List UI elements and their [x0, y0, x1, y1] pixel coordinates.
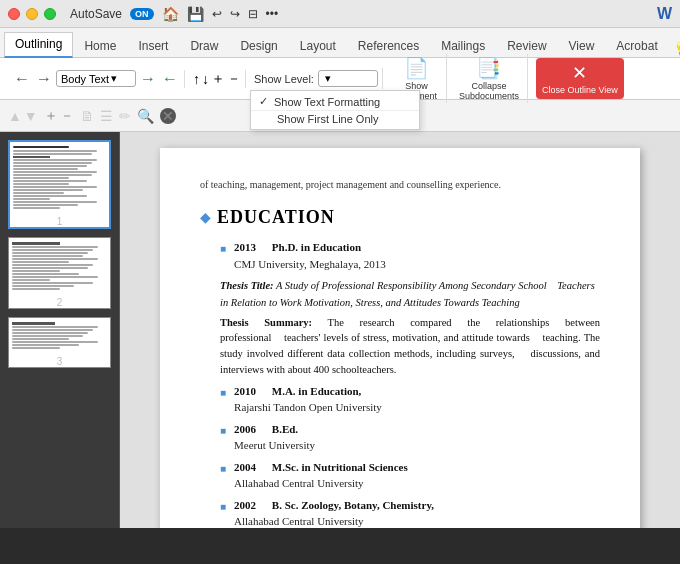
edu-item-phd: ■ 2013 Ph.D. in Education CMJ University… — [220, 239, 600, 272]
edu-item-msc: ■ 2004 M.Sc. in Nutritional Sciences All… — [220, 459, 600, 492]
document-area: of teaching, management, project managem… — [120, 132, 680, 528]
education-section-heading: ◆ EDUCATION — [200, 204, 600, 231]
edu-degree-msc: M.Sc. in Nutritional Sciences — [272, 461, 408, 473]
tab-acrobat[interactable]: Acrobat — [605, 34, 668, 58]
bullet-icon-bed: ■ — [220, 423, 226, 454]
checkmark-icon: ✓ — [259, 95, 268, 108]
thumb-num-3: 3 — [9, 356, 110, 367]
green-right-arrow[interactable]: → — [138, 70, 158, 88]
edu-degree-bed: B.Ed. — [272, 423, 298, 435]
autosave-label: AutoSave — [70, 7, 122, 21]
collapse-subdocuments-label[interactable]: Collapse Subdocuments — [459, 81, 519, 101]
edu-institution-meerut: Meerut University — [234, 437, 600, 454]
edu-content-bed: 2006 B.Ed. Meerut University — [234, 421, 600, 454]
close-panel-icon[interactable]: ✕ — [160, 108, 176, 124]
collapse-subdocuments-group: 📑 Collapse Subdocuments — [451, 54, 528, 103]
tab-outlining[interactable]: Outlining — [4, 32, 73, 58]
back-arrow[interactable]: ← — [12, 70, 32, 88]
word-app-icon: W — [657, 5, 672, 23]
edu-institution-cmj: CMJ University, Meghalaya, 2013 — [234, 256, 600, 273]
outline-plus-icon[interactable]: ＋ — [44, 107, 58, 125]
collapse-subdocuments-icon: 📑 — [476, 56, 501, 80]
forward-arrow[interactable]: → — [34, 70, 54, 88]
tab-view[interactable]: View — [558, 34, 606, 58]
minus-icon[interactable]: － — [227, 70, 241, 88]
save-icon: 💾 — [187, 6, 204, 22]
bullet-icon-bsc: ■ — [220, 499, 226, 529]
titlebar-title: AutoSave ON 🏠 💾 ↩ ↪ ⊟ ••• — [70, 6, 651, 22]
search-icon[interactable]: 🔍 — [137, 108, 154, 124]
autosave-toggle[interactable]: ON — [130, 8, 154, 20]
thumbnails-panel: 1 2 — [0, 132, 120, 528]
maximize-button[interactable] — [44, 8, 56, 20]
tab-references[interactable]: References — [347, 34, 430, 58]
outline-up-icon[interactable]: ▲ — [8, 108, 22, 124]
edu-year-2006: 2006 — [234, 421, 269, 438]
edu-institution-allahabad-bsc: Allahabad Central University — [234, 513, 600, 528]
promote-icon[interactable]: ↑ — [193, 71, 200, 87]
tab-insert[interactable]: Insert — [127, 34, 179, 58]
ribbon-toolbar: ← → Body Text ▾ → ← ↑ ↓ ＋ － Show Level: … — [0, 58, 680, 100]
edu-year-2004: 2004 — [234, 459, 269, 476]
edu-content-phd: 2013 Ph.D. in Education CMJ University, … — [234, 239, 600, 272]
lightbulb-icon: 💡 — [673, 41, 680, 57]
show-level-dropdown[interactable]: ▾ — [318, 70, 378, 87]
edu-institution-allahabad-msc: Allahabad Central University — [234, 475, 600, 492]
plus-icon[interactable]: ＋ — [211, 70, 225, 88]
close-outline-icon: ✕ — [572, 62, 587, 84]
show-document-icon: 📄 — [404, 56, 429, 80]
undo-icon: ↩ — [212, 7, 222, 21]
bullet-icon-phd: ■ — [220, 241, 226, 272]
show-first-line-only-item[interactable]: Show First Line Only — [251, 111, 419, 127]
outline-minus-icon[interactable]: － — [60, 107, 74, 125]
close-outline-label: Close Outline View — [542, 85, 618, 95]
thumbnail-3[interactable]: 3 — [8, 317, 111, 368]
close-outline-button[interactable]: ✕ Close Outline View — [536, 58, 624, 99]
education-title: EDUCATION — [217, 204, 335, 231]
edu-item-ma: ■ 2010 M.A. in Education, Rajarshi Tando… — [220, 383, 600, 416]
edu-degree-ma: M.A. in Education, — [272, 385, 362, 397]
ribbon-tabs: Outlining Home Insert Draw Design Layout… — [0, 28, 680, 58]
thumb-num-1: 1 — [10, 216, 109, 227]
thumb-num-2: 2 — [9, 297, 110, 308]
main-area: 1 2 — [0, 132, 680, 528]
dropdown-arrow-icon: ▾ — [111, 72, 117, 85]
redo-icon: ↪ — [230, 7, 240, 21]
body-text-dropdown[interactable]: Body Text ▾ — [56, 70, 136, 87]
body-text-label: Body Text — [61, 73, 109, 85]
more-icon: ••• — [266, 7, 279, 21]
tab-layout[interactable]: Layout — [289, 34, 347, 58]
outline-down-icon[interactable]: ▼ — [24, 108, 38, 124]
edu-year-2010: 2010 — [234, 383, 269, 400]
minimize-button[interactable] — [26, 8, 38, 20]
edu-year-2002: 2002 — [234, 497, 269, 514]
pencil-icon[interactable]: ✏ — [119, 108, 131, 124]
edu-item-bsc: ■ 2002 B. Sc. Zoology, Botany, Chemistry… — [220, 497, 600, 529]
doc-preamble: of teaching, management, project managem… — [200, 178, 600, 192]
tab-design[interactable]: Design — [229, 34, 288, 58]
bullet-icon-msc: ■ — [220, 461, 226, 492]
show-text-formatting-item[interactable]: ✓ Show Text Formatting — [251, 93, 419, 111]
thumbnail-2[interactable]: 2 — [8, 237, 111, 309]
tab-home[interactable]: Home — [73, 34, 127, 58]
outline-diamond-icon: ◆ — [200, 207, 211, 228]
doc-icon[interactable]: 🗎 — [80, 108, 94, 124]
tab-review[interactable]: Review — [496, 34, 557, 58]
thumbnail-1[interactable]: 1 — [8, 140, 111, 229]
list-icon[interactable]: ☰ — [100, 108, 113, 124]
close-button[interactable] — [8, 8, 20, 20]
thesis-summary-text: Thesis Summary: The research compared th… — [220, 315, 600, 378]
edu-degree-bsc: B. Sc. Zoology, Botany, Chemistry, — [272, 499, 434, 511]
nav-arrows: ← → — [12, 70, 54, 88]
outline-level-group: ↑ ↓ ＋ － — [189, 70, 246, 88]
edu-content-ma: 2010 M.A. in Education, Rajarshi Tandon … — [234, 383, 600, 416]
demote-icon[interactable]: ↓ — [202, 71, 209, 87]
tab-draw[interactable]: Draw — [179, 34, 229, 58]
green-left-arrow[interactable]: ← — [160, 70, 180, 88]
show-level-group: Show Level: ▾ ✓ Show Text Formatting Sho… — [250, 68, 383, 89]
edu-item-bed: ■ 2006 B.Ed. Meerut University — [220, 421, 600, 454]
edu-institution-rajarshi: Rajarshi Tandon Open University — [234, 399, 600, 416]
outline-nav: ▲ ▼ ＋ － — [8, 107, 74, 125]
edu-content-bsc: 2002 B. Sc. Zoology, Botany, Chemistry, … — [234, 497, 600, 529]
tab-mailings[interactable]: Mailings — [430, 34, 496, 58]
